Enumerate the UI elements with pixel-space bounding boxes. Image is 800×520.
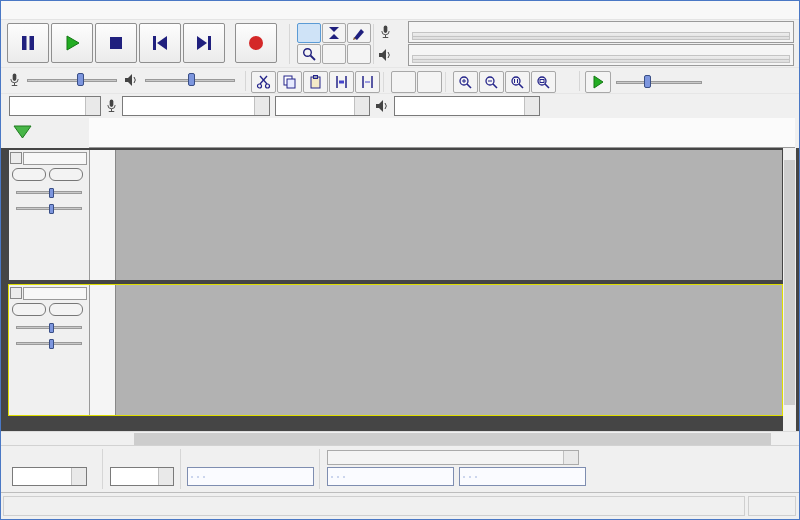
microphone-icon [9, 72, 20, 88]
playback-meter-panel[interactable] [408, 44, 794, 66]
playback-volume-slider[interactable] [145, 72, 235, 88]
hours-value[interactable] [463, 476, 465, 478]
track-control-panel[interactable] [9, 150, 90, 280]
mute-button[interactable] [12, 168, 46, 181]
selection-end-field[interactable] [459, 467, 586, 486]
pan-slider[interactable] [16, 207, 82, 210]
copy-button[interactable] [277, 71, 302, 93]
play-icon [591, 75, 605, 89]
track-vocal[interactable] [9, 285, 782, 415]
fit-project-button[interactable] [531, 71, 556, 93]
play-speed-slider[interactable] [616, 74, 702, 90]
zoom-in-icon [458, 75, 473, 89]
recording-meter-panel[interactable] [408, 21, 794, 43]
multi-tool-button[interactable] [347, 44, 371, 64]
audio-position-field[interactable] [187, 467, 314, 486]
paste-button[interactable] [303, 71, 328, 93]
vertical-scrollbar[interactable] [783, 148, 796, 431]
minutes-value[interactable] [469, 476, 471, 478]
track-close-button[interactable] [10, 152, 22, 164]
gain-slider[interactable] [16, 191, 82, 194]
mute-button[interactable] [12, 303, 46, 316]
track-name-dropdown[interactable] [23, 152, 87, 165]
stop-icon [107, 34, 125, 52]
skip-to-start-button[interactable] [139, 23, 181, 63]
toolbar-row-3 [1, 93, 799, 118]
hours-value[interactable] [191, 476, 193, 478]
speaker-icon [377, 44, 393, 66]
snap-to-dropdown[interactable] [110, 467, 174, 486]
skip-start-icon [151, 34, 169, 52]
time-shift-tool-button[interactable] [322, 44, 346, 64]
play-button[interactable] [51, 23, 93, 63]
audio-host-dropdown[interactable] [9, 96, 101, 116]
draw-tool-button[interactable] [347, 23, 371, 43]
recording-channels-dropdown[interactable] [275, 96, 370, 116]
seconds-value[interactable] [475, 476, 477, 478]
project-rate-dropdown[interactable] [12, 467, 87, 486]
selection-tool-button[interactable] [297, 23, 321, 43]
skip-to-end-button[interactable] [183, 23, 225, 63]
scroll-up-arrow[interactable] [783, 148, 796, 159]
selection-start-field[interactable] [327, 467, 454, 486]
timeline-ruler[interactable] [89, 118, 795, 148]
status-message [3, 496, 745, 516]
playback-meter[interactable] [377, 44, 794, 66]
redo-button[interactable] [417, 71, 442, 93]
stop-button[interactable] [95, 23, 137, 63]
waveform-area[interactable] [116, 150, 782, 280]
scroll-left-arrow[interactable] [115, 433, 128, 445]
device-toolbar [9, 96, 540, 116]
copy-icon [282, 75, 297, 89]
recording-volume-slider[interactable] [27, 72, 117, 88]
chevron-down-icon[interactable] [393, 44, 400, 66]
menu-bar [1, 1, 799, 20]
recording-meter[interactable] [377, 21, 794, 43]
waveform-area[interactable] [116, 285, 782, 415]
silence-audio-button[interactable] [355, 71, 380, 93]
speaker-icon [375, 99, 389, 113]
track-click[interactable] [9, 150, 782, 280]
fit-selection-button[interactable] [505, 71, 530, 93]
seconds-value[interactable] [343, 476, 345, 478]
zoom-tool-button[interactable] [297, 44, 321, 64]
green-triangle-icon [13, 125, 32, 140]
toolbar-row-1 [1, 20, 799, 67]
track-control-panel[interactable] [9, 285, 90, 415]
pause-button[interactable] [7, 23, 49, 63]
play-at-speed-button[interactable] [585, 71, 611, 93]
hours-value[interactable] [331, 476, 333, 478]
pencil-icon [352, 26, 366, 40]
track-close-button[interactable] [10, 287, 22, 299]
gain-slider[interactable] [16, 326, 82, 329]
vertical-scale[interactable] [90, 150, 116, 280]
record-button[interactable] [235, 23, 277, 63]
playback-device-dropdown[interactable] [394, 96, 540, 116]
selection-mode-dropdown[interactable] [327, 450, 579, 465]
solo-button[interactable] [49, 168, 83, 181]
vertical-scroll-thumb[interactable] [784, 160, 795, 405]
seconds-value[interactable] [203, 476, 205, 478]
undo-button[interactable] [391, 71, 416, 93]
zoom-in-button[interactable] [453, 71, 478, 93]
zoom-out-button[interactable] [479, 71, 504, 93]
envelope-tool-button[interactable] [322, 23, 346, 43]
meter-scale [412, 22, 790, 31]
play-at-speed-toolbar [585, 71, 702, 93]
trim-audio-button[interactable] [329, 71, 354, 93]
cut-button[interactable] [251, 71, 276, 93]
chevron-down-icon[interactable] [393, 21, 400, 43]
recording-device-dropdown[interactable] [122, 96, 270, 116]
vertical-scale[interactable] [90, 285, 116, 415]
pinned-playhead-button[interactable] [10, 122, 34, 142]
monitoring-text[interactable] [409, 31, 793, 42]
pan-slider[interactable] [16, 342, 82, 345]
minutes-value[interactable] [337, 476, 339, 478]
horizontal-scrollbar[interactable] [1, 431, 799, 445]
track-name-dropdown[interactable] [23, 287, 87, 300]
solo-button[interactable] [49, 303, 83, 316]
minutes-value[interactable] [197, 476, 199, 478]
horizontal-scroll-thumb[interactable] [134, 433, 771, 445]
scroll-down-arrow[interactable] [783, 420, 796, 431]
scroll-right-arrow[interactable] [783, 433, 796, 445]
